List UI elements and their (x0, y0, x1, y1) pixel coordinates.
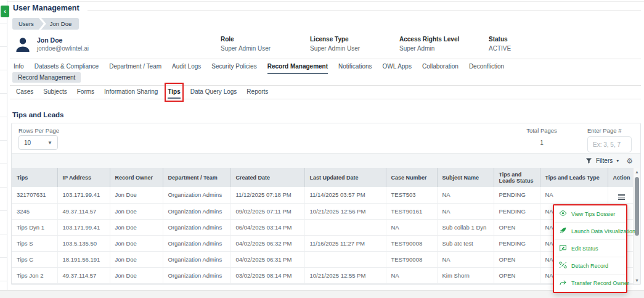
table-cell: TEST90161 (386, 203, 437, 219)
field-label: Access Rights Level (399, 36, 489, 43)
enter-page-label: Enter Page # (587, 127, 632, 134)
eye-icon (559, 209, 567, 218)
total-pages-label: Total Pages (523, 127, 560, 134)
tab-security-policies[interactable]: Security Policies (211, 59, 256, 74)
column-header-last-updated-date[interactable]: Last Updated Date (304, 168, 386, 187)
row-actions-button[interactable] (617, 192, 626, 198)
tips-table: TipsIP AddressRecord OwnerDepartment / T… (12, 168, 635, 284)
tips-and-leads-card: Rows Per Page 10 ▼ Total Pages 1 Enter P… (11, 123, 641, 285)
chevron-down-icon[interactable]: ▾ (616, 158, 619, 163)
table-cell: 10/21/2025 12:56 PM (304, 203, 386, 219)
subtab-data-query-logs[interactable]: Data Query Logs (190, 86, 237, 99)
table-row[interactable]: Tips C18.191.56.191Jon DoeOrganization A… (12, 251, 635, 267)
table-cell: Organization Admins (163, 219, 230, 235)
column-header-action[interactable]: Action (608, 168, 635, 187)
table-row[interactable]: Tips Dyn 1103.171.99.41Jon DoeOrganizati… (12, 219, 635, 235)
subtab-tips[interactable]: Tips (168, 86, 180, 99)
subtab-forms[interactable]: Forms (77, 86, 94, 99)
field-status: StatusACTIVE (489, 36, 578, 52)
detach-record-icon (559, 261, 567, 270)
table-row[interactable]: 321707631103.171.99.41Jon DoeOrganizatio… (12, 187, 635, 203)
arrow-down-icon[interactable]: ▼ (634, 278, 640, 283)
subtab-information-sharing[interactable]: Information Sharing (104, 86, 158, 99)
filters-label[interactable]: Filters (596, 157, 613, 164)
column-header-record-owner[interactable]: Record Owner (110, 168, 163, 187)
tab-owl-apps[interactable]: OWL Apps (383, 59, 412, 74)
table-cell: Organization Admins (163, 235, 230, 251)
breadcrumb-item-users[interactable]: Users (12, 18, 44, 30)
field-license-type: License TypeSuper Admin User (310, 36, 399, 52)
enter-page: Enter Page # (587, 127, 632, 152)
table-row[interactable]: Tips S103.5.135.50Jon DoeOrganization Ad… (12, 235, 635, 251)
table-cell: NA (540, 187, 608, 203)
rocket-icon (559, 226, 567, 236)
column-header-case-number[interactable]: Case Number (386, 168, 437, 187)
total-pages-value: 1 (523, 139, 560, 146)
pagination-controls: Rows Per Page 10 ▼ Total Pages 1 Enter P… (12, 123, 640, 153)
breadcrumb: UsersJon Doe (12, 18, 79, 30)
subtab-reports[interactable]: Reports (247, 86, 268, 99)
table-cell: 49.37.114.57 (57, 203, 110, 219)
table-header-row: TipsIP AddressRecord OwnerDepartment / T… (12, 168, 635, 187)
column-header-tips[interactable]: Tips (12, 168, 57, 187)
arrow-up-icon[interactable]: ▲ (634, 170, 640, 174)
user-email: jondoe@owlintel.ai (37, 45, 89, 52)
table-cell: 11/12/2025 07:18 PM (230, 187, 304, 203)
breadcrumb-item-jon-doe[interactable]: Jon Doe (41, 18, 79, 30)
table-row[interactable]: 324549.37.114.57Jon DoeOrganization Admi… (12, 203, 635, 219)
table-cell: TEST503 (386, 187, 437, 203)
tab-deconfliction[interactable]: Deconfliction (469, 59, 504, 74)
table-cell: 18.191.56.191 (57, 251, 110, 267)
back-button[interactable]: ‹ (1, 6, 9, 17)
profile-fields: RoleSuper Admin UserLicense TypeSuper Ad… (221, 36, 578, 52)
subtab-cases[interactable]: Cases (16, 86, 33, 99)
table-cell: NA (437, 203, 494, 219)
tab-department-team[interactable]: Department / Team (109, 59, 161, 74)
table-cell: Kim Shorn (437, 267, 494, 283)
gear-icon[interactable]: ⚙ (626, 157, 633, 165)
tab-notifications[interactable]: Notifications (338, 59, 372, 74)
filter-funnel-icon[interactable] (585, 157, 592, 164)
menu-item-label: Launch Data Visualization (571, 228, 635, 234)
tab-record-management[interactable]: Record Management (267, 59, 328, 74)
chevron-left-icon: ‹ (4, 7, 6, 15)
user-avatar-icon (14, 35, 32, 54)
vertical-scrollbar[interactable]: ▲ ▼ (633, 168, 640, 284)
collapsed-side-panel[interactable] (0, 0, 7, 290)
table-cell: Organization Admins (163, 187, 230, 203)
menu-item-edit-status[interactable]: Edit Status (554, 240, 626, 257)
field-value: Super Admin User (221, 45, 310, 52)
menu-item-detach-record[interactable]: Detach Record (554, 257, 626, 275)
subtab-subjects[interactable]: Subjects (43, 86, 67, 99)
tab-audit-logs[interactable]: Audit Logs (172, 59, 201, 74)
column-header-created-date[interactable]: Created Date (230, 168, 304, 187)
scrollbar-thumb[interactable] (635, 177, 639, 236)
column-header-tips-and-leads-status[interactable]: Tips and Leads Status (494, 168, 540, 187)
table-row[interactable]: Tips Jon 249.37.114.57Jon DoeOrganizatio… (12, 267, 635, 283)
caret-down-icon: ▼ (47, 140, 52, 146)
tab-collaboration[interactable]: Collaboration (422, 59, 459, 74)
table-cell: Jon Doe (110, 203, 163, 219)
enter-page-input[interactable] (587, 136, 632, 152)
rows-per-page-value: 10 (24, 139, 31, 146)
field-label: Status (489, 36, 578, 43)
column-header-tips-and-leads-type[interactable]: Tips and Leads Type (540, 168, 608, 187)
table-cell: 49.37.114.57 (57, 267, 110, 283)
table-cell: 04/02/2025 06:32 PM (230, 235, 304, 251)
table-cell: OPEN (494, 251, 540, 267)
menu-item-launch-data-visualization[interactable]: Launch Data Visualization (554, 223, 626, 240)
menu-item-view-tips-dossier[interactable]: View Tips Dossier (554, 205, 626, 223)
user-name: Jon Doe (37, 36, 62, 44)
table-cell: Organization Admins (163, 267, 230, 283)
column-header-department-team[interactable]: Department / Team (163, 168, 230, 187)
field-access-rights-level: Access Rights LevelSuper Admin (399, 36, 489, 52)
table-cell: 103.171.99.41 (57, 219, 110, 235)
user-management-screen: ‹ User Management UsersJon Doe Jon Doe j… (0, 0, 644, 298)
column-header-ip-address[interactable]: IP Address (57, 168, 110, 187)
table-cell: Jon Doe (110, 187, 163, 203)
menu-item-transfer-record-owner[interactable]: Transfer Record Owner (554, 275, 626, 292)
column-header-subject-name[interactable]: Subject Name (437, 168, 494, 187)
table-cell-action (608, 187, 635, 203)
table-cell: PENDING (494, 203, 540, 219)
rows-per-page-select[interactable]: 10 ▼ (18, 135, 58, 150)
